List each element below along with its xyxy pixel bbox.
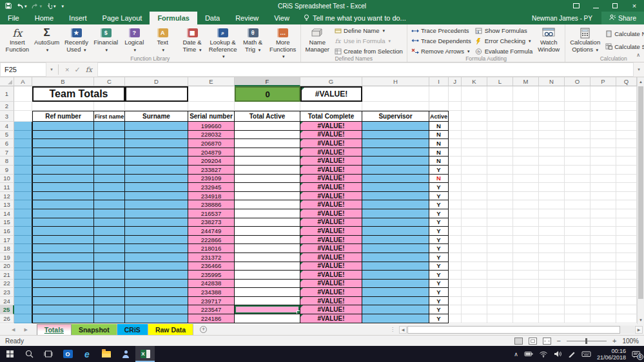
column-header-G[interactable]: G	[300, 77, 362, 86]
cell[interactable]	[235, 280, 300, 289]
row-header[interactable]: 2	[0, 102, 14, 111]
cell[interactable]	[539, 280, 565, 289]
cell[interactable]	[449, 166, 462, 175]
cell[interactable]	[487, 253, 513, 262]
cell[interactable]	[14, 288, 32, 297]
cell[interactable]	[487, 166, 513, 175]
cell[interactable]	[235, 139, 300, 148]
cell[interactable]	[565, 227, 590, 236]
vertical-scroll-thumb[interactable]	[638, 86, 643, 299]
undo-button[interactable]: ▾	[16, 3, 27, 9]
cell-active-flag[interactable]: Y	[429, 209, 449, 218]
cell-serial-number[interactable]: 222866	[188, 236, 235, 245]
cell[interactable]	[125, 271, 188, 280]
formula-input[interactable]	[97, 62, 634, 77]
cell[interactable]	[462, 209, 487, 218]
cell[interactable]	[235, 175, 300, 184]
cell[interactable]	[487, 131, 513, 140]
cell[interactable]	[616, 139, 637, 148]
cell[interactable]	[513, 244, 539, 253]
cell[interactable]	[362, 192, 429, 201]
cell[interactable]	[32, 314, 94, 323]
column-header-K[interactable]: K	[462, 77, 487, 86]
column-header-D[interactable]: D	[125, 77, 188, 86]
watch-window-button[interactable]: Watch Window	[534, 25, 563, 57]
cell-total-complete[interactable]: #VALUE!	[300, 200, 362, 209]
cell[interactable]	[32, 166, 94, 175]
cell[interactable]	[14, 166, 32, 175]
cell[interactable]	[362, 175, 429, 184]
cell[interactable]	[462, 262, 487, 271]
cell[interactable]	[125, 262, 188, 271]
cell[interactable]	[487, 200, 513, 209]
cell[interactable]	[487, 111, 513, 122]
cell[interactable]	[462, 200, 487, 209]
cell[interactable]	[565, 244, 590, 253]
cell[interactable]	[462, 305, 487, 314]
cell[interactable]	[565, 139, 590, 148]
cell[interactable]	[616, 253, 637, 262]
cell[interactable]	[362, 157, 429, 166]
cell[interactable]	[125, 175, 188, 184]
cell[interactable]	[565, 183, 590, 192]
tab-view[interactable]: View	[266, 12, 297, 24]
cell[interactable]	[462, 271, 487, 280]
cell-serial-number[interactable]: 218016	[188, 244, 235, 253]
row-header[interactable]: 20	[0, 262, 14, 271]
cell[interactable]	[590, 102, 616, 111]
cell[interactable]	[462, 157, 487, 166]
cell[interactable]	[462, 192, 487, 201]
cell[interactable]	[616, 236, 637, 245]
cell-total-complete[interactable]: #VALUE!	[300, 236, 362, 245]
sheet-tab-totals[interactable]: Totals	[37, 324, 72, 335]
cell[interactable]	[188, 86, 235, 102]
cell[interactable]	[94, 200, 125, 209]
column-header-supervisor[interactable]: Supervisor	[362, 111, 429, 122]
cell[interactable]	[362, 122, 429, 131]
cell[interactable]	[513, 314, 539, 323]
account-name[interactable]: Newman James - PY	[532, 12, 601, 24]
cell-total-complete[interactable]: #VALUE!	[300, 175, 362, 184]
cell[interactable]	[462, 122, 487, 131]
cancel-icon[interactable]: ×	[65, 66, 69, 73]
show-hidden-icons-chevron[interactable]: ∧	[514, 351, 518, 357]
logical-button[interactable]: ? Logical▾	[120, 25, 148, 60]
cell-total-complete[interactable]: #VALUE!	[300, 131, 362, 140]
show-formulas-button[interactable]: fx Show Formulas	[475, 26, 532, 35]
scroll-left-icon[interactable]: ◀	[399, 326, 407, 334]
cell[interactable]	[449, 244, 462, 253]
cell[interactable]	[513, 297, 539, 306]
cell[interactable]	[616, 183, 637, 192]
cell-total-complete[interactable]: #VALUE!	[300, 280, 362, 289]
cell[interactable]	[362, 253, 429, 262]
cell[interactable]	[235, 131, 300, 140]
cell[interactable]	[14, 157, 32, 166]
cell[interactable]	[590, 280, 616, 289]
cell[interactable]	[462, 166, 487, 175]
zoom-out-icon[interactable]: −	[557, 337, 561, 345]
cell[interactable]	[32, 148, 94, 157]
cell[interactable]	[590, 200, 616, 209]
cell[interactable]	[487, 209, 513, 218]
collapse-ribbon-button[interactable]: ∧	[636, 52, 640, 58]
cell-active-flag[interactable]: Y	[429, 314, 449, 323]
column-header-J[interactable]: J	[449, 77, 462, 86]
cell[interactable]	[449, 200, 462, 209]
cell[interactable]	[565, 218, 590, 227]
cell[interactable]	[94, 244, 125, 253]
row-header[interactable]: 23	[0, 288, 14, 297]
cell[interactable]	[616, 111, 637, 122]
cell[interactable]	[125, 297, 188, 306]
cell[interactable]	[362, 139, 429, 148]
row-header[interactable]: 21	[0, 271, 14, 280]
zoom-in-icon[interactable]: +	[612, 337, 616, 345]
autosum-button[interactable]: Σ AutoSum▾	[33, 25, 61, 60]
cell[interactable]	[14, 280, 32, 289]
cell[interactable]	[235, 236, 300, 245]
cell[interactable]	[590, 288, 616, 297]
battery-icon[interactable]	[524, 350, 533, 357]
cell[interactable]	[94, 183, 125, 192]
cell[interactable]	[565, 148, 590, 157]
cell[interactable]	[487, 271, 513, 280]
cell[interactable]	[539, 192, 565, 201]
